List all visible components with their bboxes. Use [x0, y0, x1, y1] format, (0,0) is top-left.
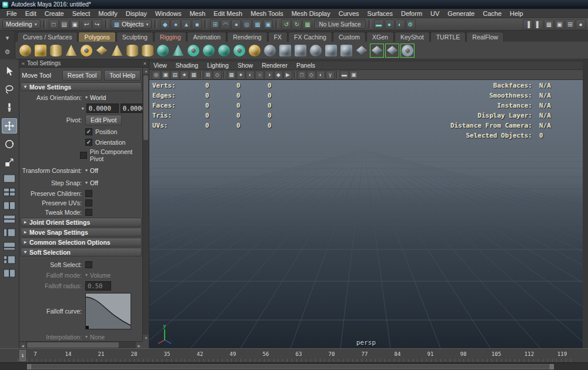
selected-camera-icon[interactable]: ◎ [152, 71, 161, 79]
poly-sphere-icon[interactable] [18, 44, 32, 58]
undo-icon[interactable]: ↩ [82, 19, 92, 29]
lasso-tool[interactable] [2, 82, 17, 97]
separate-icon[interactable] [293, 44, 308, 58]
status-separator[interactable] [205, 20, 207, 28]
2d-pan-zoom-icon[interactable]: ⊞ [203, 71, 212, 79]
horizontal-scroll-thumb[interactable] [27, 342, 119, 348]
resolution-gate-icon[interactable]: ▬ [340, 71, 349, 79]
no-live-surface-field[interactable]: No Live Surface [314, 19, 365, 29]
shelf-tab-realflow[interactable]: RealFlow [466, 32, 504, 42]
step-snap-dropdown[interactable]: ▾ Off [85, 179, 98, 186]
menu-windows[interactable]: Windows [151, 10, 186, 17]
poly-gear-icon[interactable] [186, 44, 201, 58]
menu-file[interactable]: File [2, 10, 21, 17]
axis-x-field[interactable]: 0.0000 [86, 104, 119, 113]
viewport-menu-show[interactable]: Show [238, 62, 253, 69]
section-common-selection-options[interactable]: ▸ Common Selection Options [21, 238, 142, 246]
menu-curves[interactable]: Curves [335, 10, 363, 17]
persp-uv-layout[interactable] [2, 268, 16, 278]
extrude-icon[interactable] [324, 44, 338, 58]
vertical-scroll-thumb[interactable] [143, 75, 148, 140]
range-start-handle[interactable] [27, 364, 31, 369]
menu-mesh-tools[interactable]: Mesh Tools [246, 10, 287, 17]
poly-cone-icon[interactable] [64, 44, 78, 58]
menu-deform[interactable]: Deform [397, 10, 426, 17]
output-connections-icon[interactable]: ↻ [292, 19, 302, 29]
tool-help-button[interactable]: Tool Help [104, 70, 141, 81]
render-current-frame-icon[interactable]: ● [385, 19, 395, 29]
tweak-mode-checkbox[interactable]: ✓ [85, 209, 92, 216]
xray-icon[interactable]: ◇ [307, 71, 316, 79]
interpolation-dropdown[interactable]: ▾ None [85, 334, 105, 341]
tool-settings-header[interactable]: « Tool Settings × [19, 59, 149, 68]
bridge-icon[interactable] [355, 44, 369, 58]
select-objects-icon[interactable]: ● [171, 19, 181, 29]
paint-select-tool[interactable] [2, 100, 17, 115]
save-scene-icon[interactable]: ▣ [70, 19, 80, 29]
persp-graph-layout[interactable] [2, 241, 16, 251]
screen-space-ao-icon[interactable]: ◆ [274, 71, 283, 79]
shelf-tab-custom[interactable]: Custom [333, 32, 366, 42]
construction-history-icon[interactable]: ▦ [302, 19, 312, 29]
paint-effects-icon[interactable]: ● [576, 19, 586, 29]
status-separator[interactable] [369, 20, 371, 28]
single-pane-layout[interactable] [2, 174, 16, 184]
range-end-handle[interactable] [550, 364, 554, 369]
shelf-tab-keyshot[interactable]: KeyShot [395, 32, 430, 42]
grease-pencil-icon[interactable]: ◇ [213, 71, 222, 79]
combine-icon[interactable] [278, 44, 292, 58]
falloff-radius-field[interactable]: 0.50 [85, 281, 111, 291]
ultra-shape-icon[interactable] [248, 44, 262, 58]
menu-display[interactable]: Display [122, 10, 151, 17]
bookmarks-icon[interactable]: ★ [180, 71, 189, 79]
menu-edit-mesh[interactable]: Edit Mesh [209, 10, 246, 17]
menu-set-selector[interactable]: Modeling ▾ [2, 19, 41, 29]
viewport-canvas[interactable]: Verts:000Edges:000Faces:000Tris:000UVs:0… [149, 80, 583, 348]
select-hierarchy-icon[interactable]: ◆ [160, 19, 170, 29]
position-checkbox[interactable]: ✓ [85, 128, 92, 135]
menu-edit[interactable]: Edit [21, 10, 41, 17]
shelf-tab-sculpting[interactable]: Sculpting [116, 32, 153, 42]
textured-icon[interactable]: ◐ [246, 71, 255, 79]
shelf-tab-polygons[interactable]: Polygons [78, 32, 115, 42]
superellipse-icon[interactable] [217, 44, 231, 58]
menu-create[interactable]: Create [41, 10, 68, 17]
smooth-icon[interactable] [309, 44, 323, 58]
new-scene-icon[interactable]: □ [49, 19, 59, 29]
playback-range-bar[interactable] [27, 364, 554, 369]
menu-surfaces[interactable]: Surfaces [363, 10, 397, 17]
select-components-icon[interactable]: ▲ [181, 19, 191, 29]
gamma-icon[interactable]: γ [326, 71, 335, 79]
section-joint-orient-settings[interactable]: ▸ Joint Orient Settings [21, 218, 142, 226]
snap-to-grid-icon[interactable]: ⊞ [210, 19, 220, 29]
menu-uv[interactable]: UV [426, 10, 443, 17]
shelf-tab-rigging[interactable]: Rigging [154, 32, 187, 42]
isolate-select-icon[interactable]: □ [298, 71, 306, 79]
open-scene-icon[interactable]: ▤ [59, 19, 69, 29]
motion-blur-icon[interactable]: ▶ [283, 71, 292, 79]
lock-camera-icon[interactable]: ▣ [161, 71, 170, 79]
section-move-snap-settings[interactable]: ▸ Move Snap Settings [21, 228, 142, 236]
scroll-up-icon[interactable]: ▲ [143, 68, 149, 74]
persp-outliner-layout[interactable] [2, 228, 16, 238]
tool-settings-toggle-icon[interactable]: ▌ [533, 19, 543, 29]
menu-generate[interactable]: Generate [443, 10, 479, 17]
preserve-uvs-checkbox[interactable]: ✓ [85, 199, 92, 206]
wireframe-icon[interactable]: ▦ [227, 71, 236, 79]
two-pane-stacked-layout[interactable] [2, 214, 16, 224]
shelf-tab-curves-surfaces[interactable]: Curves / Surfaces [17, 32, 78, 42]
camera-attributes-icon[interactable]: ▤ [171, 71, 179, 79]
film-gate-icon[interactable]: ▣ [349, 71, 358, 79]
shelf-tabs-menu-icon[interactable]: ▾ [6, 34, 9, 42]
workspace-grid-icon[interactable]: ⊞ [565, 19, 575, 29]
orientation-checkbox[interactable]: ✓ [85, 139, 92, 146]
title-bar[interactable]: M Autodesk Maya 2016: untitled* [0, 0, 588, 9]
menu-mesh-display[interactable]: Mesh Display [288, 10, 335, 17]
poly-pipe-icon[interactable] [125, 44, 139, 58]
status-separator[interactable] [44, 20, 46, 28]
viewport-menu-panels[interactable]: Panels [296, 62, 315, 69]
ipr-render-icon[interactable]: ◐ [395, 19, 405, 29]
menu-help[interactable]: Help [506, 10, 527, 17]
selection-mode-selector[interactable]: ▦ Objects ▾ [111, 19, 152, 29]
poly-prism-icon[interactable] [171, 44, 185, 58]
